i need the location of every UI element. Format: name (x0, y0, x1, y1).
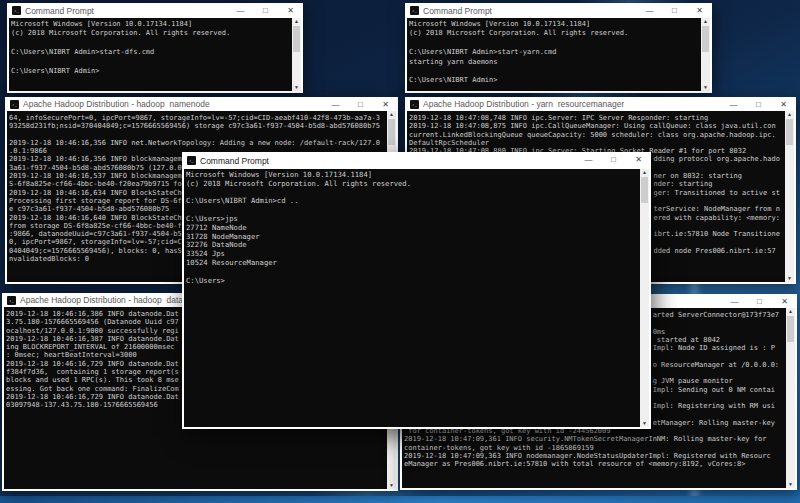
cmd-icon: ›_ (410, 100, 419, 109)
cmd-icon: ›_ (7, 296, 16, 305)
window-title: Apache Hadoop Distribution - hadoop data… (20, 295, 202, 305)
window-title: Command Prompt (200, 156, 269, 166)
window-title: Apache Hadoop Distribution - hadoop name… (23, 99, 210, 109)
minimize-button[interactable]: — (722, 294, 747, 308)
close-button[interactable]: ✕ (687, 3, 712, 18)
close-button[interactable]: ✕ (772, 294, 797, 308)
console-output[interactable]: Microsoft Windows [Version 10.0.17134.11… (407, 18, 701, 91)
vertical-scrollbar[interactable]: ▲ ▼ (701, 18, 710, 91)
minimize-button[interactable]: — (637, 3, 662, 18)
scrollbar-thumb[interactable] (702, 26, 709, 52)
scrollbar-thumb[interactable] (641, 177, 648, 203)
minimize-button[interactable]: — (323, 97, 348, 111)
scroll-up-icon[interactable]: ▲ (785, 111, 794, 118)
scroll-down-icon[interactable]: ▼ (640, 420, 649, 427)
minimize-button[interactable]: — (228, 3, 253, 18)
wallpaper-bottom-glow (0, 496, 800, 503)
window-title: Command Prompt (423, 6, 492, 16)
close-button[interactable]: ✕ (278, 3, 303, 18)
maximize-button[interactable]: □ (348, 97, 373, 111)
maximize-button[interactable]: □ (601, 152, 626, 169)
vertical-scrollbar[interactable]: ▲ ▼ (640, 169, 649, 427)
window-title: Command Prompt (25, 6, 94, 16)
close-button[interactable]: ✕ (373, 97, 398, 111)
cmd-icon: ›_ (10, 100, 19, 109)
window-cmd-start-yarn: ›_ Command Prompt — □ ✕ Microsoft Window… (405, 3, 712, 93)
scroll-down-icon[interactable]: ▼ (292, 84, 301, 91)
scroll-down-icon[interactable]: ▼ (387, 482, 396, 489)
titlebar[interactable]: ›_ Apache Hadoop Distribution - hadoop n… (5, 97, 398, 111)
window-cmd-jps: ›_ Command Prompt — □ ✕ Microsoft Window… (182, 152, 651, 429)
scroll-up-icon[interactable]: ▲ (786, 308, 795, 315)
titlebar[interactable]: ›_ Command Prompt — □ ✕ (7, 3, 303, 18)
scroll-up-icon[interactable]: ▲ (292, 18, 301, 25)
scrollbar-thumb[interactable] (293, 26, 300, 52)
scroll-down-icon[interactable]: ▼ (785, 275, 794, 282)
desktop: { "glyphs": { "minimize": "—", "maximize… (0, 0, 800, 503)
maximize-button[interactable]: □ (253, 3, 278, 18)
maximize-button[interactable]: □ (746, 97, 771, 111)
vertical-scrollbar[interactable]: ▲ ▼ (786, 308, 795, 488)
window-cmd-start-dfs: ›_ Command Prompt — □ ✕ Microsoft Window… (7, 3, 303, 93)
titlebar[interactable]: ›_ Apache Hadoop Distribution - yarn res… (405, 97, 796, 111)
maximize-button[interactable]: □ (747, 294, 772, 308)
cmd-icon: ›_ (410, 6, 419, 15)
scrollbar-thumb[interactable] (786, 119, 793, 145)
scroll-up-icon[interactable]: ▲ (701, 18, 710, 25)
scroll-down-icon[interactable]: ▼ (701, 84, 710, 91)
scrollbar-thumb[interactable] (388, 119, 395, 145)
vertical-scrollbar[interactable]: ▲ ▼ (292, 18, 301, 91)
maximize-button[interactable]: □ (662, 3, 687, 18)
close-button[interactable]: ✕ (771, 97, 796, 111)
console-output[interactable]: Microsoft Windows [Version 10.0.17134.11… (9, 18, 292, 91)
cmd-icon: ›_ (187, 156, 196, 165)
cmd-icon: ›_ (12, 6, 21, 15)
vertical-scrollbar[interactable]: ▲ ▼ (785, 111, 794, 282)
scroll-up-icon[interactable]: ▲ (387, 111, 396, 118)
console-output[interactable]: Microsoft Windows [Version 10.0.17134.11… (184, 169, 640, 427)
minimize-button[interactable]: — (576, 152, 601, 169)
scroll-down-icon[interactable]: ▼ (786, 481, 795, 488)
titlebar[interactable]: ›_ Command Prompt — □ ✕ (182, 152, 651, 169)
window-title: Apache Hadoop Distribution - yarn resour… (423, 99, 624, 109)
titlebar[interactable]: ›_ Command Prompt — □ ✕ (405, 3, 712, 18)
scroll-up-icon[interactable]: ▲ (640, 169, 649, 176)
scrollbar-thumb[interactable] (787, 316, 794, 342)
close-button[interactable]: ✕ (626, 152, 651, 169)
minimize-button[interactable]: — (721, 97, 746, 111)
